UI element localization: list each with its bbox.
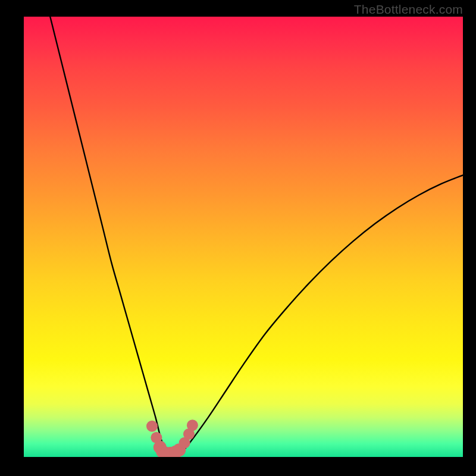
bottleneck-curve (50, 17, 463, 455)
highlight-dot (187, 419, 198, 431)
attribution-watermark: TheBottleneck.com (354, 2, 463, 17)
highlight-dots (146, 419, 198, 457)
curve-layer (24, 17, 463, 457)
chart-frame: TheBottleneck.com (0, 0, 476, 476)
highlight-dot (146, 421, 158, 432)
plot-area (24, 17, 463, 457)
